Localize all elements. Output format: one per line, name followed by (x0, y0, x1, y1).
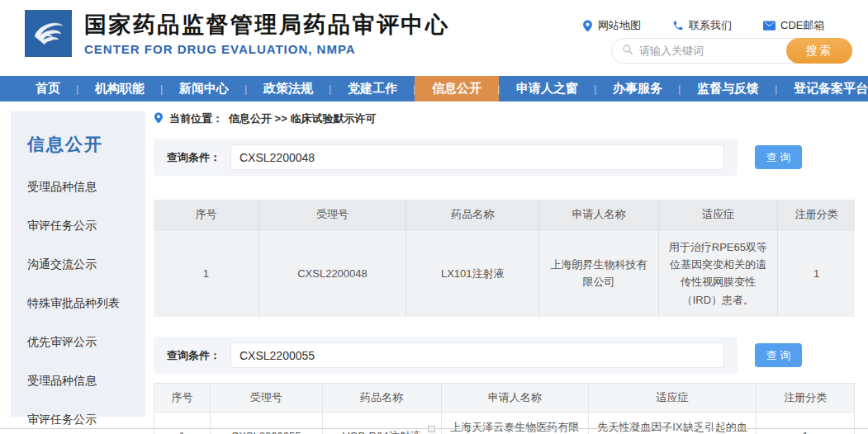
resize-handle[interactable] (428, 426, 435, 432)
cell-reg-class: 1 (757, 413, 855, 434)
cde-mail-label: CDE邮箱 (780, 18, 824, 33)
breadcrumb-pin-icon (154, 112, 164, 126)
query-button-1[interactable]: 查 询 (755, 145, 802, 169)
col-header-reg-class: 注册分类 (778, 200, 855, 229)
query-button-2[interactable]: 查 询 (755, 343, 802, 367)
query-section-2: 查询条件： 查 询 序号 受理号 药品名称 申请人名称 适应症 注册分类 (154, 337, 855, 434)
col-header-applicant: 申请人名称 (539, 200, 658, 229)
table-row: 1 CXSL2200048 LX101注射液 上海朗昇生物科技有限公司 用于治疗… (154, 229, 855, 317)
sitemap-link[interactable]: 网站地图 (582, 18, 641, 33)
viewport-bottom-edge (0, 428, 868, 429)
cell-acceptance-no: CXSL2200055 (210, 413, 322, 434)
sidebar-item-priority-review[interactable]: 优先审评公示 (27, 323, 145, 361)
col-header-acceptance-no: 受理号 (210, 384, 322, 413)
col-header-applicant: 申请人名称 (441, 384, 588, 413)
nav-item-applicant-window[interactable]: 申请人之窗 (499, 76, 595, 101)
breadcrumb-label: 当前位置： (169, 111, 223, 126)
query-condition-input-2[interactable] (230, 342, 724, 368)
cell-indication: 用于治疗RPE65双等位基因突变相关的遗传性视网膜变性（IRD）患者。 (658, 229, 777, 317)
location-pin-icon (582, 20, 593, 32)
site-title-block: 国家药品监督管理局药品审评中心 CENTER FOR DRUG EVALUATI… (84, 10, 450, 56)
query-row-2: 查询条件： 查 询 (154, 337, 855, 374)
sidebar-item-accepted-products[interactable]: 受理品种信息 (27, 167, 145, 206)
query-condition-input-1[interactable] (230, 144, 724, 170)
cell-indication: 先天性凝血因子IX缺乏引起的血友病B (588, 413, 757, 434)
mail-icon (763, 21, 776, 31)
site-header: 国家药品监督管理局药品审评中心 CENTER FOR DRUG EVALUATI… (0, 0, 868, 76)
sidebar-item-accepted-products-2[interactable]: 受理品种信息 (27, 361, 145, 400)
cell-seq: 1 (154, 229, 259, 317)
query-section-1: 查询条件： 查 询 序号 受理号 药品名称 申请人名称 适应症 注册分类 (154, 139, 855, 317)
header-quick-links: 网站地图 联系我们 CDE邮箱 (582, 18, 824, 33)
nav-item-news[interactable]: 新闻中心 (162, 76, 246, 101)
col-header-seq: 序号 (154, 200, 259, 229)
col-header-indication: 适应症 (588, 384, 757, 413)
col-header-drug-name: 药品名称 (406, 200, 539, 229)
search-input[interactable] (639, 45, 786, 57)
cell-applicant: 上海朗昇生物科技有限公司 (539, 229, 658, 317)
sidebar-item-review-tasks[interactable]: 审评任务公示 (27, 206, 145, 245)
query-condition-label-2: 查询条件： (167, 348, 221, 363)
cde-swoosh-icon (30, 13, 68, 54)
search-icon (622, 44, 633, 59)
query-panel-1: 查询条件： (154, 139, 738, 176)
nav-item-party-building[interactable]: 党建工作 (330, 76, 415, 101)
col-header-drug-name: 药品名称 (322, 384, 441, 413)
nav-item-services[interactable]: 办事服务 (595, 76, 680, 101)
results-table-1: 序号 受理号 药品名称 申请人名称 适应症 注册分类 1 CXSL2200048… (154, 200, 855, 317)
contact-us-link[interactable]: 联系我们 (672, 18, 732, 33)
contact-us-label: 联系我们 (689, 18, 732, 33)
sidebar-item-special-approval[interactable]: 特殊审批品种列表 (27, 284, 145, 323)
col-header-reg-class: 注册分类 (757, 384, 855, 413)
site-subtitle: CENTER FOR DRUG EVALUATION, NMPA (84, 42, 450, 56)
sidebar: 信息公开 受理品种信息 审评任务公示 沟通交流公示 特殊审批品种列表 优先审评公… (11, 111, 145, 417)
query-row-1: 查询条件： 查 询 (154, 139, 855, 176)
nav-item-supervision-feedback[interactable]: 监督与反馈 (680, 76, 776, 101)
nav-item-policies[interactable]: 政策法规 (246, 76, 330, 101)
breadcrumb-path: 信息公开 >> 临床试验默示许可 (229, 111, 376, 126)
cell-drug-name: LX101注射液 (406, 229, 539, 317)
col-header-acceptance-no: 受理号 (259, 200, 406, 229)
results-table-2: 序号 受理号 药品名称 申请人名称 适应症 注册分类 1 CXSL2200055… (154, 383, 855, 434)
cde-mail-link[interactable]: CDE邮箱 (763, 18, 824, 33)
nav-item-home[interactable]: 首页 (18, 76, 78, 101)
nav-item-info-disclosure[interactable]: 信息公开 (415, 76, 499, 101)
cell-applicant: 上海天泽云泰生物医药有限公司 (441, 413, 588, 434)
cell-seq: 1 (154, 413, 211, 434)
main-content: 当前位置：信息公开 >> 临床试验默示许可 查询条件： 查 询 序号 受理号 (154, 108, 855, 434)
site-title: 国家药品监督管理局药品审评中心 (84, 10, 450, 40)
nav-item-functions[interactable]: 机构职能 (78, 76, 162, 101)
cell-drug-name: VGB-R04注射液 (322, 413, 441, 434)
table-1-header-row: 序号 受理号 药品名称 申请人名称 适应症 注册分类 (154, 200, 855, 229)
sidebar-item-communication[interactable]: 沟通交流公示 (27, 245, 145, 284)
search-button[interactable]: 搜索 (786, 38, 852, 64)
breadcrumb: 当前位置：信息公开 >> 临床试验默示许可 (154, 108, 855, 128)
phone-icon (672, 20, 684, 31)
col-header-indication: 适应症 (658, 200, 777, 229)
sitemap-label: 网站地图 (598, 18, 641, 33)
cell-reg-class: 1 (778, 229, 855, 317)
col-header-seq: 序号 (154, 384, 211, 413)
sidebar-title: 信息公开 (27, 133, 145, 156)
nav-item-registration-platform[interactable]: 登记备案平台 (776, 76, 868, 101)
table-2-header-row: 序号 受理号 药品名称 申请人名称 适应症 注册分类 (154, 384, 855, 413)
query-condition-label-1: 查询条件： (167, 150, 221, 165)
cell-acceptance-no: CXSL2200048 (259, 229, 406, 317)
cde-logo[interactable] (25, 10, 72, 57)
site-search-bar: 搜索 (611, 38, 852, 64)
query-panel-2: 查询条件： (154, 337, 738, 374)
main-nav: 首页 机构职能 新闻中心 政策法规 党建工作 信息公开 申请人之窗 办事服务 监… (0, 76, 868, 101)
table-row: 1 CXSL2200055 VGB-R04注射液 上海天泽云泰生物医药有限公司 … (154, 413, 855, 434)
